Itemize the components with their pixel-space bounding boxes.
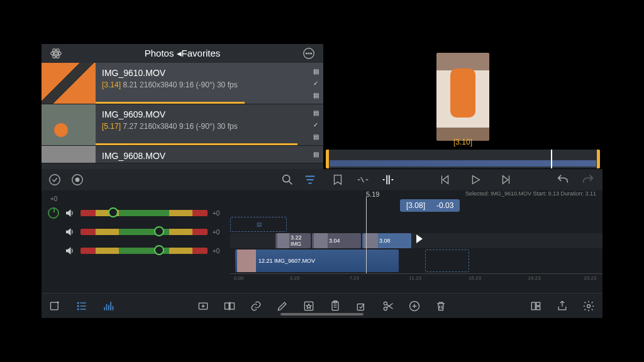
svg-point-6 [308,53,309,54]
clip-thumbnail [42,146,96,163]
level-meter[interactable] [80,229,208,235]
fader-handle[interactable] [108,207,118,217]
svg-rect-28 [536,306,540,309]
preview-viewport[interactable]: [3.10] [323,44,602,149]
svg-rect-17 [225,303,230,309]
library-list[interactable]: IMG_9610.MOV [3.14] 8.21 2160x3840 9:16 … [42,63,323,169]
preview-panel: [3.10] [323,44,602,190]
check-icon: ✓ [313,121,318,128]
mark-in-icon[interactable] [331,173,345,187]
film-icon: ▤ [313,151,319,158]
clip-side-icons: ▤ [308,146,323,163]
filter-icon[interactable] [303,173,317,187]
clip-name: IMG_9609.MOV [102,109,302,119]
film-icon: ▤ [313,68,319,75]
list-icon[interactable] [75,300,88,312]
ripple-icon[interactable] [356,173,370,187]
layout-icon[interactable] [530,300,542,312]
share-icon[interactable] [556,300,569,312]
atom-icon[interactable] [49,47,63,60]
fader-handle[interactable] [154,226,164,236]
svg-point-1 [51,51,62,55]
clip-side-icons: ▤✓▤ [308,63,323,104]
mixer-row: +0 [48,205,224,221]
timeline-track-a1[interactable]: 12.21 IMG_9607.MOV [230,250,602,272]
top-row: Photos ◂Favorites IMG_9610.MOV [3.14] 8.… [42,44,602,190]
pencil-icon[interactable] [276,300,289,312]
audio-clip[interactable]: 12.21 IMG_9607.MOV [235,250,399,272]
svg-point-7 [311,53,312,54]
undo-icon[interactable] [556,173,570,187]
clip-meta: IMG_9609.MOV [5.17] 7.27 2160x3840 9:16 … [96,104,308,145]
selection-info: Selected: IMG_9610.MOV Start: 9.13 Durat… [465,190,596,197]
library-title[interactable]: Photos ◂Favorites [145,48,221,59]
search-icon[interactable] [280,173,294,187]
insert-icon[interactable] [223,300,236,312]
svg-rect-22 [357,304,364,310]
prev-icon[interactable] [438,173,452,187]
gain-value: +0 [213,229,224,236]
timeline-panel[interactable]: 5.19 Selected: IMG_9610.MOV Start: 9.13 … [230,190,602,293]
svg-rect-27 [536,302,540,305]
scrubber-strip[interactable] [326,150,600,168]
checkbox-icon[interactable] [355,300,368,312]
library-item[interactable]: IMG_9610.MOV [3.14] 8.21 2160x3840 9:16 … [42,63,323,104]
level-meter[interactable] [80,248,208,254]
transport-bar [323,169,602,190]
film-icon: ▤ [313,109,319,116]
timeline-playhead[interactable] [366,197,367,274]
clipboard-icon[interactable] [329,300,341,312]
video-clip[interactable]: 3.22 IMG [275,233,311,248]
mixer-label: +0 [48,195,224,202]
star-box-icon[interactable] [303,300,315,312]
select-all-icon[interactable] [48,173,62,187]
library-item[interactable]: IMG_9609.MOV [5.17] 7.27 2160x3840 9:16 … [42,104,323,146]
video-clip[interactable]: 3.04 [312,233,361,248]
speaker-icon[interactable] [64,207,75,219]
library-item[interactable]: IMG_9608.MOV ▤ [42,146,323,163]
timeline-ruler[interactable]: 0.00 3.23 7.23 11.23 15.23 19.23 23.23 [230,273,602,285]
library-footer [42,169,323,190]
video-clip-selected[interactable]: 3.08 [362,233,411,248]
clip-usage-bar [96,102,245,104]
svg-rect-26 [531,302,535,310]
svg-point-13 [77,302,79,304]
levels-icon[interactable] [102,300,114,312]
svg-point-14 [77,305,79,307]
svg-point-11 [283,175,290,182]
clip-name: IMG_9610.MOV [102,68,302,78]
playhead-time: 5.19 [366,190,379,198]
clip-thumbnail [42,104,96,145]
more-icon[interactable] [302,47,316,60]
home-indicator [280,313,364,315]
fader-handle[interactable] [154,245,164,255]
add-media-icon[interactable] [49,300,62,312]
timeline-track-v1[interactable]: ▤ [230,217,602,232]
trash-icon[interactable] [435,300,447,312]
split-icon[interactable] [381,173,395,187]
scrubber-playhead[interactable] [551,150,552,168]
mixer-row: +0 [48,243,224,259]
scissors-icon[interactable] [382,300,394,312]
clip-stats: [3.14] 8.21 2160x3840 9:16 (-90°) 30 fps [102,80,302,89]
link-icon[interactable] [250,300,262,312]
pan-knob[interactable] [48,207,59,219]
clip-placeholder[interactable] [425,250,469,272]
add-circle-icon[interactable] [408,300,421,312]
add-clip-icon[interactable] [197,300,209,312]
clip-thumbnail [237,250,256,272]
next-icon[interactable] [499,173,513,187]
level-meter[interactable] [80,210,208,216]
speaker-icon[interactable] [64,245,75,256]
clip-meta: IMG_9608.MOV [96,146,308,163]
play-icon[interactable] [469,173,482,187]
svg-rect-12 [51,302,58,310]
mixer-row: +0 [48,224,224,240]
redo-icon[interactable] [581,173,595,187]
clip-meta: IMG_9610.MOV [3.14] 8.21 2160x3840 9:16 … [96,63,308,104]
record-icon[interactable] [70,173,84,187]
gear-icon[interactable] [582,300,595,312]
clip-placeholder[interactable]: ▤ [230,217,287,232]
svg-point-29 [587,304,591,307]
speaker-icon[interactable] [64,226,75,238]
